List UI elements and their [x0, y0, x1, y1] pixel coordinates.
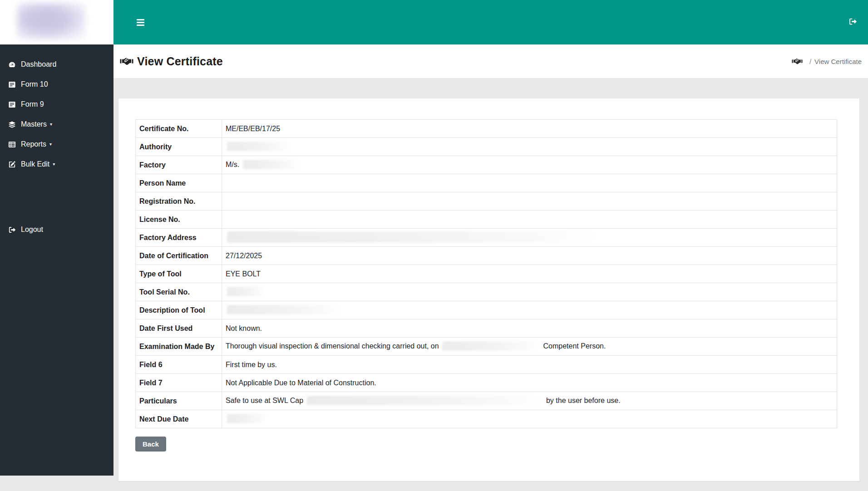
sign-out-icon	[848, 17, 857, 27]
logo-image-blurred	[17, 3, 85, 40]
field-value: Safe to use at SWL Cap by the user befor…	[222, 392, 837, 410]
field-label: Field 6	[136, 356, 222, 374]
sidebar-item-masters[interactable]: Masters▾	[0, 114, 113, 134]
field-label: Next Due Date	[136, 410, 222, 428]
field-label: Examination Made By	[136, 338, 222, 356]
topbar-signout-button[interactable]	[848, 17, 857, 27]
field-value: Not known.	[222, 319, 837, 338]
field-label: Date of Certification	[136, 247, 222, 265]
back-button[interactable]: Back	[135, 437, 166, 452]
sidebar-item-label: Form 9	[21, 100, 44, 108]
table-row: Date of Certification27/12/2025	[136, 247, 837, 265]
sidebar-item-logout[interactable]: Logout	[0, 220, 113, 240]
table-row: Tool Serial No.	[136, 283, 837, 301]
table-row: FactoryM/s.	[136, 156, 837, 174]
table-row: Registration No.	[136, 192, 837, 211]
sidebar-item-label: Masters	[21, 120, 47, 128]
field-label: Factory Address	[136, 229, 222, 247]
topbar	[113, 0, 868, 44]
table-row: License No.	[136, 211, 837, 229]
sidebar: DashboardForm 10Form 9Masters▾Reports▾Bu…	[0, 0, 113, 476]
field-value-text: Not known.	[226, 324, 262, 332]
page-title-text: View Certificate	[137, 55, 223, 68]
sidebar-item-label: Bulk Edit	[21, 160, 49, 168]
table-row: Date First UsedNot known.	[136, 319, 837, 338]
field-value	[222, 410, 837, 428]
field-value-text: First time by us.	[226, 361, 277, 368]
app-logo[interactable]	[0, 0, 113, 44]
gauge-icon	[7, 61, 16, 69]
edit-icon	[7, 161, 16, 168]
field-value	[222, 211, 837, 229]
redacted-value	[227, 287, 265, 296]
table-row: Description of Tool	[136, 301, 837, 319]
field-value: Not Applicable Due to Material of Constr…	[222, 374, 837, 392]
hamburger-icon	[137, 19, 144, 20]
sidebar-nav: DashboardForm 10Form 9Masters▾Reports▾Bu…	[0, 44, 113, 174]
table-row: Type of ToolEYE BOLT	[136, 265, 837, 283]
table-row: Examination Made ByThorough visual inspe…	[136, 338, 837, 356]
field-label: Factory	[136, 156, 222, 174]
table-row: ParticularsSafe to use at SWL Cap by the…	[136, 392, 837, 410]
sidebar-item-label: Dashboard	[21, 60, 56, 69]
redacted-value	[307, 396, 543, 405]
sidebar-item-label: Logout	[21, 226, 43, 234]
sidebar-item-form-9[interactable]: Form 9	[0, 94, 113, 114]
field-label: Person Name	[136, 174, 222, 192]
field-label: Authority	[136, 138, 222, 156]
content: Certificate No.ME/EB/EB/17/25 Authority …	[113, 78, 868, 491]
field-label: Particulars	[136, 392, 222, 410]
field-value	[222, 138, 837, 156]
sidebar-item-label: Form 10	[21, 80, 48, 88]
field-value	[222, 283, 837, 301]
field-value-text: Safe to use at SWL Cap	[226, 397, 303, 404]
app-root: DashboardForm 10Form 9Masters▾Reports▾Bu…	[0, 0, 868, 491]
sidebar-item-dashboard[interactable]: Dashboard	[0, 54, 113, 74]
table-row: Field 7Not Applicable Due to Material of…	[136, 374, 837, 392]
field-label: Tool Serial No.	[136, 283, 222, 301]
field-value-text: Competent Person.	[543, 342, 606, 350]
field-value-text: M/s.	[226, 161, 242, 168]
chevron-down-icon: ▾	[49, 142, 52, 147]
field-label: Type of Tool	[136, 265, 222, 283]
table-row: Factory Address	[136, 229, 837, 247]
redacted-value	[442, 341, 540, 351]
table-row: Certificate No.ME/EB/EB/17/25	[136, 120, 837, 138]
sidebar-item-reports[interactable]: Reports▾	[0, 134, 113, 154]
field-value: M/s.	[222, 156, 837, 174]
menu-toggle-button[interactable]	[134, 16, 147, 29]
table-row: Person Name	[136, 174, 837, 192]
field-value	[222, 301, 837, 319]
field-value-text: by the user before use.	[546, 397, 621, 404]
field-value-text: 27/12/2025	[226, 252, 262, 260]
table-row: Authority	[136, 138, 837, 156]
redacted-value	[227, 414, 266, 423]
field-label: Certificate No.	[136, 120, 222, 138]
redacted-value	[227, 231, 595, 243]
field-value: ME/EB/EB/17/25	[222, 120, 837, 138]
field-value-text: Thorough visual inspection & dimensional…	[226, 342, 439, 350]
field-value: Thorough visual inspection & dimensional…	[222, 338, 837, 356]
field-value	[222, 174, 837, 192]
field-label: Registration No.	[136, 192, 222, 211]
handshake-icon[interactable]	[792, 58, 803, 65]
field-value: 27/12/2025	[222, 247, 837, 265]
field-label: Field 7	[136, 374, 222, 392]
sidebar-item-form-10[interactable]: Form 10	[0, 74, 113, 94]
table-list-icon	[7, 141, 16, 148]
breadcrumb: / View Certificate	[792, 58, 862, 65]
content-header: View Certificate / View Certificate	[113, 44, 868, 78]
field-value-text: Not Applicable Due to Material of Constr…	[226, 379, 376, 387]
certificate-table: Certificate No.ME/EB/EB/17/25 Authority …	[135, 119, 837, 428]
chevron-down-icon: ▾	[50, 122, 52, 127]
form-icon	[7, 81, 16, 88]
chevron-down-icon: ▾	[53, 162, 55, 167]
sidebar-item-label: Reports	[21, 140, 46, 148]
field-value	[222, 229, 837, 247]
breadcrumb-separator: /	[809, 58, 811, 65]
field-value-text: ME/EB/EB/17/25	[226, 125, 280, 133]
certificate-card: Certificate No.ME/EB/EB/17/25 Authority …	[118, 98, 859, 481]
handshake-icon	[120, 57, 133, 66]
table-row: Next Due Date	[136, 410, 837, 428]
sidebar-item-bulk-edit[interactable]: Bulk Edit▾	[0, 154, 113, 174]
